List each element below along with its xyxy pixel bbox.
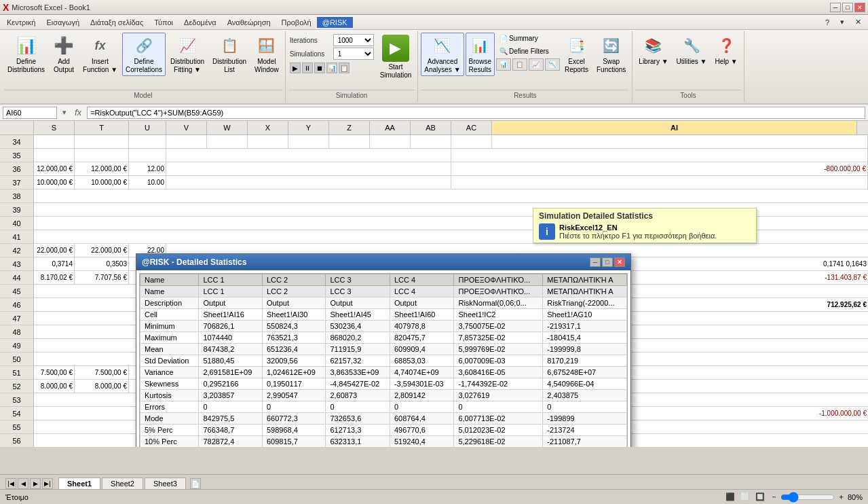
cell-T35[interactable] <box>75 149 129 162</box>
add-output-button[interactable]: ➕ AddOutput <box>50 33 78 76</box>
results-icon-4[interactable]: 📉 <box>545 58 560 71</box>
cell-AI37[interactable] <box>451 176 868 190</box>
menu-view[interactable]: Προβολή <box>276 17 317 28</box>
cell-U34[interactable] <box>129 135 166 149</box>
cell-AI34[interactable] <box>492 135 868 149</box>
cell-rest35[interactable] <box>166 149 451 162</box>
excel-reports-button[interactable]: 📑 ExcelReports <box>561 33 592 76</box>
utilities-button[interactable]: 🔧 Utilities ▼ <box>673 33 711 68</box>
cell-rest37[interactable] <box>166 176 451 190</box>
library-button[interactable]: 📚 Library ▼ <box>635 33 671 68</box>
sim-icon-4[interactable]: 📊 <box>326 62 337 73</box>
cell-S43[interactable]: 0,3714 <box>34 257 75 271</box>
zoom-slider[interactable] <box>780 494 835 500</box>
distribution-fitting-button[interactable]: 📈 DistributionFitting ▼ <box>167 33 208 76</box>
dialog-maximize-button[interactable]: □ <box>602 257 613 267</box>
simulations-select[interactable]: 1 2 5 <box>333 48 374 60</box>
cell-Y34[interactable] <box>288 135 329 149</box>
results-icon-1[interactable]: 📊 <box>496 58 511 71</box>
model-window-button[interactable]: 🪟 ModelWindow <box>251 33 282 76</box>
menu-review[interactable]: Αναθεώρηση <box>222 17 276 28</box>
define-distributions-button[interactable]: 📊 DefineDistributions <box>4 33 48 76</box>
define-filters-button[interactable]: 🔍 Define Filters <box>496 46 560 57</box>
results-icon-2[interactable]: 📋 <box>512 58 527 71</box>
dialog-table-container[interactable]: Name LCC 1 LCC 2 LCC 3 LCC 4 ΠΡΟΕΞΟΦΛΗΤΙ… <box>139 273 628 447</box>
browse-results-button[interactable]: 📊 BrowseResults <box>466 33 495 76</box>
cell-AA34[interactable] <box>370 135 411 149</box>
cell-Z34[interactable] <box>329 135 370 149</box>
cell-X34[interactable] <box>248 135 288 149</box>
sheet-nav-prev[interactable]: ◀ <box>18 478 29 489</box>
summary-button[interactable]: 📄 Summary <box>496 33 560 44</box>
iterations-select[interactable]: 1000 100 500 5000 <box>333 34 374 46</box>
view-layout-button[interactable]: ⬜ <box>740 492 750 501</box>
maximize-button[interactable]: □ <box>842 3 853 12</box>
sheet-nav-first[interactable]: |◀ <box>5 478 16 489</box>
cell-S42[interactable]: 22.000,00 € <box>34 244 75 257</box>
sheet-tab-sheet1[interactable]: Sheet1 <box>58 478 100 489</box>
cell-T34[interactable] <box>75 135 129 149</box>
menu-central[interactable]: Κεντρική <box>1 17 41 28</box>
add-sheet-button[interactable]: 📄 <box>190 478 201 489</box>
cell-rest36[interactable] <box>166 162 451 176</box>
view-page-button[interactable]: 🔲 <box>755 492 765 501</box>
cell-S36[interactable]: 12.000,00 € <box>34 162 75 176</box>
sim-icon-3[interactable]: ⏹ <box>314 62 325 73</box>
sheet-nav-last[interactable]: ▶| <box>42 478 53 489</box>
advanced-analyses-button[interactable]: 📉 AdvancedAnalyses ▼ <box>421 33 464 76</box>
cell-T42[interactable]: 22.000,00 € <box>75 244 129 257</box>
cell-reference-input[interactable] <box>3 107 57 119</box>
cell-T52[interactable]: 8.000,00 € <box>75 380 129 393</box>
cell-S35[interactable] <box>34 149 75 162</box>
cell-U37[interactable]: 10.00 <box>129 176 166 190</box>
cell-T43[interactable]: 0,3503 <box>75 257 129 271</box>
help-button[interactable]: ❓ Help ▼ <box>711 33 740 68</box>
sheet-navigation[interactable]: |◀ ◀ ▶ ▶| <box>5 478 53 489</box>
start-simulation-button[interactable]: ▶ StartSimulation <box>377 33 415 82</box>
sim-icon-5[interactable]: 📋 <box>339 62 350 73</box>
view-normal-button[interactable]: ⬛ <box>725 492 735 501</box>
dialog-minimize-button[interactable]: ─ <box>590 257 601 267</box>
swap-functions-button[interactable]: 🔄 SwapFunctions <box>593 33 629 76</box>
title-bar-controls[interactable]: ─ □ ✕ <box>830 3 865 12</box>
formula-input[interactable] <box>87 107 865 119</box>
cell-U36[interactable]: 12.00 <box>129 162 166 176</box>
menu-risk[interactable]: @RISK <box>317 17 353 28</box>
cell-V34[interactable] <box>166 135 207 149</box>
cell-AI35[interactable] <box>451 149 868 162</box>
cell-S37[interactable]: 10.000,00 € <box>34 176 75 190</box>
minimize-ribbon[interactable]: ▾ <box>835 16 850 28</box>
dialog-close-button[interactable]: ✕ <box>614 257 625 267</box>
cell-T36[interactable]: 12.000,00 € <box>75 162 129 176</box>
menu-types[interactable]: Τύποι <box>149 17 178 28</box>
sim-icon-2[interactable]: ⏸ <box>302 62 313 73</box>
insert-function-button[interactable]: fx InsertFunction ▼ <box>79 33 121 76</box>
cell-AI36[interactable]: -800.000,00 € <box>451 162 868 176</box>
cell-S52[interactable]: 8.000,00 € <box>34 380 75 393</box>
help-menu[interactable]: ? <box>820 17 835 28</box>
cell-T51[interactable]: 7.500,00 € <box>75 366 129 380</box>
results-icon-3[interactable]: 📈 <box>529 58 544 71</box>
cell-AC34[interactable] <box>451 135 492 149</box>
close-workbook[interactable]: ✕ <box>850 16 867 28</box>
distribution-list-button[interactable]: 📋 DistributionList <box>209 33 250 76</box>
zoom-in-button[interactable]: ＋ <box>837 492 845 502</box>
dialog-title-controls[interactable]: ─ □ ✕ <box>590 257 625 267</box>
cell-S34[interactable] <box>34 135 75 149</box>
close-button[interactable]: ✕ <box>854 3 865 12</box>
sheet-tab-sheet2[interactable]: Sheet2 <box>102 478 143 489</box>
cell-U35[interactable] <box>129 149 166 162</box>
sim-icon-1[interactable]: ▶ <box>290 62 301 73</box>
menu-data[interactable]: Δεδομένα <box>178 17 222 28</box>
cell-W34[interactable] <box>207 135 248 149</box>
sheet-tab-sheet3[interactable]: Sheet3 <box>145 478 186 489</box>
cell-38[interactable] <box>34 190 868 203</box>
menu-page-layout[interactable]: Διάταξη σελίδας <box>85 17 149 28</box>
zoom-out-button[interactable]: － <box>770 492 778 502</box>
cell-T44[interactable]: 7.707,56 € <box>75 271 129 285</box>
define-correlations-button[interactable]: 🔗 DefineCorrelations <box>122 33 166 76</box>
minimize-button[interactable]: ─ <box>830 3 841 12</box>
cell-AB34[interactable] <box>411 135 451 149</box>
cell-T37[interactable]: 10.000,00 € <box>75 176 129 190</box>
sheet-nav-next[interactable]: ▶ <box>30 478 41 489</box>
